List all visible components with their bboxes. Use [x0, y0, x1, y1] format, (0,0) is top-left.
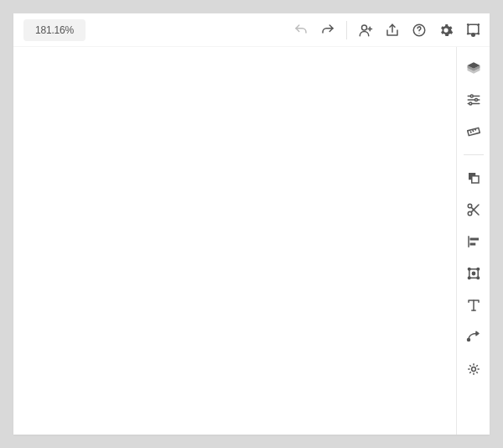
svg-rect-27: [471, 176, 478, 183]
undo-button[interactable]: [289, 18, 313, 42]
align-left-icon: [466, 234, 481, 249]
text-icon: [466, 298, 481, 313]
svg-point-36: [468, 268, 470, 270]
shapes-button[interactable]: [461, 165, 486, 190]
redo-icon: [320, 23, 335, 38]
separator: [346, 21, 347, 39]
svg-point-44: [471, 367, 475, 372]
share-icon: [385, 23, 400, 38]
pen-button[interactable]: [461, 325, 486, 350]
share-button[interactable]: [381, 18, 404, 42]
svg-rect-33: [469, 238, 479, 241]
add-user-button[interactable]: [354, 18, 377, 42]
svg-line-23: [469, 131, 470, 133]
svg-point-40: [472, 272, 474, 274]
help-button[interactable]: [407, 18, 431, 42]
toolbar-right-group: [289, 18, 485, 42]
svg-point-43: [467, 339, 469, 341]
svg-point-7: [466, 23, 468, 25]
sliders-icon: [466, 92, 481, 107]
preview-button[interactable]: [461, 18, 485, 42]
frame-icon: [466, 266, 481, 281]
layers-icon: [466, 60, 481, 76]
svg-point-38: [468, 277, 470, 279]
svg-point-5: [418, 33, 419, 34]
svg-line-24: [472, 130, 473, 132]
layers-button[interactable]: [461, 55, 486, 81]
ruler-icon: [466, 124, 481, 139]
frame-button[interactable]: [461, 261, 486, 286]
cog-icon: [466, 362, 481, 377]
help-icon: [412, 23, 427, 38]
redo-button[interactable]: [316, 18, 340, 42]
scissors-icon: [466, 202, 481, 217]
pen-icon: [466, 330, 481, 345]
text-button[interactable]: [461, 293, 486, 318]
svg-point-39: [476, 277, 479, 279]
add-user-icon: [358, 23, 373, 38]
ruler-button[interactable]: [461, 119, 486, 144]
svg-point-17: [470, 95, 473, 97]
svg-rect-34: [469, 243, 475, 246]
svg-point-8: [477, 23, 479, 25]
adjust-button[interactable]: [461, 87, 486, 112]
svg-rect-6: [468, 24, 479, 34]
preview-icon: [465, 22, 481, 38]
svg-rect-32: [468, 236, 469, 247]
right-rail: [456, 47, 490, 435]
workspace: 181.16%: [13, 13, 490, 435]
rail-separator: [464, 154, 484, 155]
svg-point-21: [469, 102, 471, 105]
svg-point-37: [476, 268, 479, 270]
svg-point-12: [472, 34, 474, 35]
svg-point-0: [362, 25, 367, 30]
svg-point-9: [466, 33, 468, 34]
canvas[interactable]: [13, 49, 456, 435]
svg-point-10: [477, 33, 479, 34]
top-toolbar: 181.16%: [13, 13, 490, 47]
zoom-level[interactable]: 181.16%: [23, 19, 86, 41]
svg-point-19: [474, 99, 477, 102]
main-area: [13, 47, 490, 435]
plugins-button[interactable]: [461, 357, 486, 382]
align-button[interactable]: [461, 229, 486, 254]
shapes-icon: [466, 170, 481, 185]
undo-icon: [293, 23, 309, 38]
gear-icon: [438, 23, 454, 38]
settings-button[interactable]: [434, 18, 458, 42]
cut-button[interactable]: [461, 197, 486, 222]
